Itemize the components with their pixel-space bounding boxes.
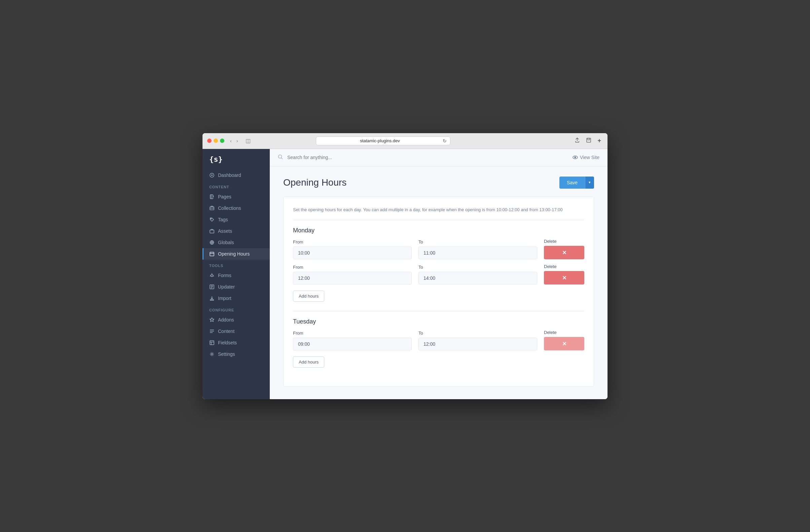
import-icon — [209, 296, 215, 301]
section-label-tools: TOOLS — [202, 260, 270, 270]
sidebar-item-label: Fieldsets — [218, 340, 237, 345]
sidebar-item-globals[interactable]: Globals — [202, 237, 270, 248]
sidebar-item-label: Assets — [218, 228, 232, 234]
close-icon: ✕ — [562, 275, 566, 281]
traffic-light-green[interactable] — [220, 138, 224, 143]
sidebar-item-label: Collections — [218, 205, 241, 211]
opening-hours-card: Set the opening hours for each day. You … — [283, 197, 594, 387]
from-label: From — [293, 265, 412, 270]
updater-icon — [209, 284, 215, 289]
to-field-group: To — [419, 265, 537, 284]
from-field-group: From — [293, 265, 412, 284]
traffic-lights — [207, 138, 224, 143]
view-site-label: View Site — [580, 155, 599, 160]
from-input[interactable] — [293, 338, 412, 350]
back-button[interactable]: ‹ — [228, 137, 233, 144]
app-layout: {s} Dashboard CONTENT Pages — [202, 149, 608, 399]
svg-point-6 — [211, 218, 212, 219]
delete-slot-button[interactable]: ✕ — [544, 337, 584, 350]
to-input[interactable] — [419, 247, 537, 259]
logo-text: {s} — [209, 155, 223, 163]
forms-icon — [209, 273, 215, 278]
svg-rect-9 — [210, 252, 214, 256]
close-icon: ✕ — [562, 250, 566, 256]
sidebar-item-fieldsets[interactable]: Fieldsets — [202, 337, 270, 348]
sidebar: {s} Dashboard CONTENT Pages — [202, 149, 270, 399]
sidebar-item-dashboard[interactable]: Dashboard — [202, 169, 270, 181]
svg-point-15 — [574, 157, 576, 158]
sidebar-toggle-button[interactable]: ◫ — [244, 137, 253, 145]
addons-icon — [209, 317, 215, 322]
sidebar-item-addons[interactable]: Addons — [202, 314, 270, 326]
nav-buttons: ‹ › — [228, 137, 240, 144]
sidebar-item-updater[interactable]: Updater — [202, 281, 270, 293]
sidebar-item-import[interactable]: Import — [202, 293, 270, 304]
dashboard-icon — [209, 172, 215, 178]
sidebar-item-content[interactable]: Content — [202, 326, 270, 337]
svg-point-3 — [211, 174, 213, 176]
new-window-button[interactable]: + — [596, 136, 603, 145]
sidebar-item-opening-hours[interactable]: Opening Hours — [202, 248, 270, 260]
sidebar-item-forms[interactable]: Forms — [202, 270, 270, 281]
delete-slot-button[interactable]: ✕ — [544, 271, 584, 284]
share-button[interactable] — [573, 136, 582, 145]
close-icon: ✕ — [562, 340, 566, 347]
search-icon — [278, 154, 283, 161]
forward-button[interactable]: › — [235, 137, 240, 144]
from-input[interactable] — [293, 247, 412, 259]
content-configure-icon — [209, 329, 215, 334]
svg-rect-11 — [210, 340, 214, 345]
sidebar-item-label: Tags — [218, 217, 228, 222]
day-divider — [293, 311, 584, 311]
sidebar-item-collections[interactable]: Collections — [202, 202, 270, 214]
browser-chrome: ‹ › ◫ statamic-plugins.dev ↻ + — [202, 133, 608, 149]
traffic-light-red[interactable] — [207, 138, 212, 143]
search-input[interactable] — [287, 155, 568, 160]
sidebar-item-label: Addons — [218, 317, 234, 322]
svg-rect-4 — [210, 195, 213, 199]
section-label-configure: CONFIGURE — [202, 304, 270, 314]
to-label: To — [419, 239, 537, 245]
sidebar-item-assets[interactable]: Assets — [202, 225, 270, 237]
to-field-group: To — [419, 239, 537, 259]
sidebar-item-pages[interactable]: Pages — [202, 191, 270, 202]
sidebar-item-label: Settings — [218, 351, 235, 357]
svg-rect-7 — [210, 230, 214, 233]
page-content: Opening Hours Save ▾ Set the opening hou… — [270, 166, 608, 399]
from-field-group: From — [293, 239, 412, 259]
save-dropdown-button[interactable]: ▾ — [585, 177, 594, 189]
add-hours-button-tuesday[interactable]: Add hours — [293, 356, 324, 368]
sidebar-item-label: Globals — [218, 240, 234, 245]
to-field-group: To — [419, 331, 537, 350]
delete-slot-button[interactable]: ✕ — [544, 246, 584, 259]
svg-point-13 — [278, 155, 282, 158]
sidebar-item-settings[interactable]: Settings — [202, 348, 270, 360]
delete-label: Delete — [544, 264, 584, 269]
from-input[interactable] — [293, 272, 412, 284]
new-tab-button[interactable] — [584, 136, 593, 145]
sidebar-logo: {s} — [202, 149, 270, 169]
add-hours-button-monday[interactable]: Add hours — [293, 290, 324, 302]
to-input[interactable] — [419, 338, 537, 350]
sidebar-item-label: Updater — [218, 284, 235, 289]
view-site-button[interactable]: View Site — [572, 155, 599, 160]
day-title-tuesday: Tuesday — [293, 318, 584, 325]
refresh-button[interactable]: ↻ — [443, 138, 447, 144]
to-input[interactable] — [419, 272, 537, 284]
svg-rect-1 — [588, 138, 590, 140]
from-label: From — [293, 239, 412, 245]
delete-field-group: Delete ✕ — [544, 239, 584, 259]
share-icon — [574, 137, 580, 143]
save-button-group: Save ▾ — [560, 177, 594, 189]
day-section-tuesday: Tuesday From To — [293, 318, 584, 368]
page-header: Opening Hours Save ▾ — [283, 177, 594, 189]
delete-label: Delete — [544, 239, 584, 244]
delete-field-group: Delete ✕ — [544, 330, 584, 350]
sidebar-item-tags[interactable]: Tags — [202, 214, 270, 225]
save-button[interactable]: Save — [560, 177, 585, 189]
collections-icon — [209, 205, 215, 211]
calendar-icon — [209, 251, 215, 256]
traffic-light-yellow[interactable] — [214, 138, 218, 143]
sidebar-item-label: Import — [218, 296, 231, 301]
hours-row: From To Delete ✕ — [293, 330, 584, 350]
